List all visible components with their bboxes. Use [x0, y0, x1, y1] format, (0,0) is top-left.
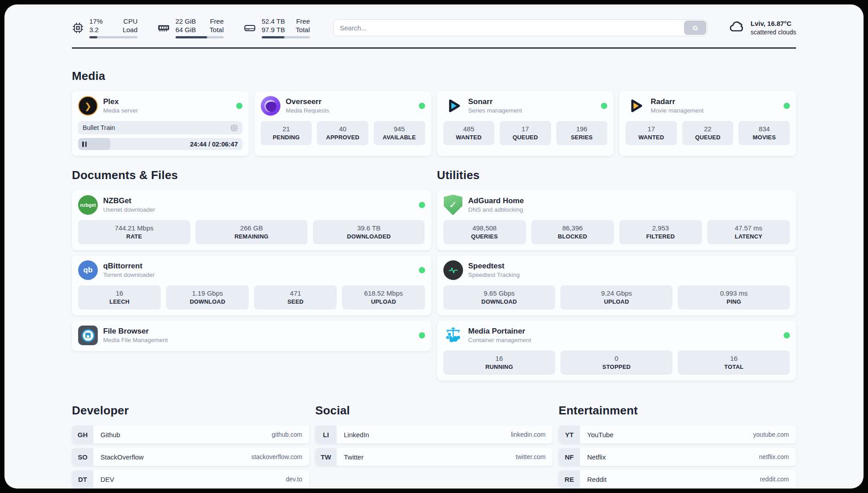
link-badge: TW: [315, 448, 337, 466]
search-engine-button[interactable]: G: [684, 21, 706, 35]
stat-pill: 39.6 TBDOWNLOADED: [313, 220, 425, 244]
app-subtitle: Movie management: [651, 107, 704, 115]
status-dot: [784, 332, 790, 338]
memory-stat: 22 GiB 64 GiB Free Total: [157, 17, 224, 38]
ram-free-value: 22 GiB: [175, 17, 196, 25]
stat-pill: 834MOVIES: [739, 121, 790, 145]
status-dot: [784, 103, 790, 109]
link-name: DEV: [100, 476, 114, 483]
now-playing-title: Bullet Train: [83, 124, 115, 131]
app-name: Plex: [103, 97, 138, 107]
link-group-entertainment: Entertainment YT YouTube youtube.com NF …: [559, 404, 796, 488]
status-dot: [419, 267, 425, 273]
link-url: dev.to: [286, 476, 302, 483]
ram-free-label: Free: [209, 17, 224, 25]
section-title-documents: Documents & Files: [72, 168, 431, 182]
plex-icon: ❯: [78, 96, 98, 116]
radarr-icon: [626, 96, 645, 116]
app-subtitle: Container management: [468, 336, 531, 344]
link-row-dev[interactable]: DT DEV dev.to: [72, 470, 309, 488]
app-card-plex[interactable]: ❯ Plex Media server Bullet Train: [72, 91, 249, 156]
link-name: StackOverflow: [100, 453, 144, 461]
stat-pill: 266 GBREMAINING: [196, 220, 308, 244]
media-type-icon: [230, 124, 238, 132]
link-badge: SO: [72, 448, 93, 466]
link-badge: GH: [72, 426, 93, 443]
disk-free-label: Free: [296, 17, 310, 25]
link-row-github[interactable]: GH Github github.com: [72, 426, 309, 443]
link-name: Github: [100, 431, 120, 439]
stat-pill: 17QUEUED: [500, 121, 551, 145]
stat-pill: 47.57 msLATENCY: [707, 220, 790, 244]
header-bar: 17% 3.2 CPU Load: [72, 4, 796, 38]
link-url: youtube.com: [753, 431, 789, 438]
app-name: Media Portainer: [468, 326, 531, 336]
link-name: LinkedIn: [344, 431, 369, 439]
app-card-sonarr[interactable]: Sonarr Series management 485WANTED 17QUE…: [437, 91, 614, 156]
link-url: twitter.com: [516, 453, 546, 460]
section-title-social: Social: [315, 404, 553, 418]
link-row-twitter[interactable]: TW Twitter twitter.com: [315, 448, 553, 466]
sonarr-icon: [443, 96, 463, 116]
stat-pill: 618.52 MbpsUPLOAD: [342, 285, 425, 309]
link-badge: DT: [72, 470, 93, 488]
disk-progress-bar: [262, 36, 310, 38]
stat-pill: 22QUEUED: [682, 121, 734, 145]
app-name: File Browser: [103, 326, 168, 336]
app-name: AdGuard Home: [468, 196, 524, 206]
link-row-youtube[interactable]: YT YouTube youtube.com: [559, 426, 796, 443]
link-row-stackoverflow[interactable]: SO StackOverflow stackoverflow.com: [72, 448, 309, 466]
filebrowser-icon: [78, 326, 98, 345]
stat-pill: 196SERIES: [556, 121, 608, 145]
stat-pill: 0STOPPED: [560, 351, 672, 375]
now-playing-row: Bullet Train: [78, 121, 242, 134]
playback-progress-bar[interactable]: 24:44 / 02:06:47: [78, 138, 242, 150]
pause-icon[interactable]: [82, 142, 87, 147]
app-card-adguard[interactable]: ✓ AdGuard Home DNS and adblocking 498,50…: [437, 190, 797, 250]
status-dot: [601, 103, 607, 109]
search-input[interactable]: [340, 24, 684, 32]
app-card-qbittorrent[interactable]: qb qBittorrent Torrent downloader 16LEEC…: [72, 255, 431, 315]
ram-total-label: Total: [209, 25, 224, 34]
app-card-radarr[interactable]: Radarr Movie management 17WANTED 22QUEUE…: [619, 91, 796, 156]
app-card-filebrowser[interactable]: File Browser Media File Management: [72, 321, 431, 351]
status-dot: [419, 103, 425, 109]
link-row-reddit[interactable]: RE Reddit reddit.com: [559, 470, 796, 488]
weather-condition: scattered clouds: [751, 28, 796, 37]
link-name: Twitter: [344, 453, 363, 461]
app-card-speedtest[interactable]: Speedtest Speedtest Tracking 9.65 GbpsDO…: [437, 255, 797, 315]
weather-widget: Lviv, 16.87°C scattered clouds: [729, 19, 796, 37]
cpu-usage-value: 17%: [89, 17, 103, 25]
link-row-linkedin[interactable]: LI LinkedIn linkedin.com: [315, 426, 553, 443]
stat-pill: 0.993 msPING: [678, 285, 790, 309]
app-card-portainer[interactable]: Media Portainer Container management 16R…: [437, 321, 797, 380]
link-badge: LI: [315, 426, 337, 443]
stat-pill: 498,508QUERIES: [443, 220, 526, 244]
link-url: reddit.com: [760, 476, 789, 483]
app-subtitle: Series management: [468, 107, 522, 115]
app-card-nzbget[interactable]: nzbget NZBGet Usenet downloader 744.21 M…: [72, 190, 431, 250]
ram-total-value: 64 GiB: [175, 25, 196, 34]
status-dot: [419, 332, 425, 338]
link-badge: RE: [559, 470, 580, 488]
stat-pill: 16LEECH: [78, 285, 161, 309]
overseerr-icon: [261, 96, 280, 116]
section-title-media: Media: [72, 69, 796, 83]
nzbget-icon: nzbget: [78, 195, 98, 215]
stat-pill: 471SEED: [254, 285, 337, 309]
link-group-developer: Developer GH Github github.com SO StackO…: [72, 404, 309, 488]
app-subtitle: Usenet downloader: [103, 206, 155, 214]
app-name: Radarr: [651, 97, 704, 107]
dashboard-page: 17% 3.2 CPU Load: [4, 4, 864, 489]
cloud-icon: [729, 19, 745, 37]
app-subtitle: DNS and adblocking: [468, 206, 524, 214]
stat-pill: 2,953FILTERED: [619, 220, 702, 244]
app-card-overseerr[interactable]: Overseerr Media Requests 21PENDING 40APP…: [255, 91, 431, 156]
app-subtitle: Torrent downloader: [103, 271, 155, 279]
section-title-utilities: Utilities: [437, 168, 797, 182]
section-title-entertainment: Entertainment: [559, 404, 796, 418]
link-name: YouTube: [587, 431, 613, 439]
link-row-netflix[interactable]: NF Netflix netflix.com: [559, 448, 796, 466]
stat-pill: 16RUNNING: [443, 351, 555, 375]
status-dot: [419, 202, 425, 208]
